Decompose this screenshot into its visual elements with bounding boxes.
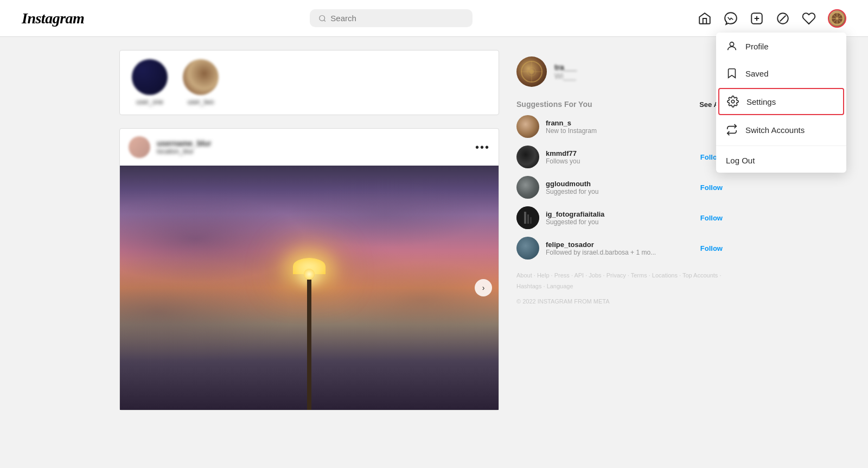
svg-rect-23 (527, 214, 529, 224)
story-avatar-1 (132, 59, 168, 95)
suggestion-avatar-ig-fotografia (516, 206, 539, 229)
person-icon (726, 40, 738, 52)
profile-avatar-nav[interactable] (828, 9, 846, 28)
avatar-decoration (521, 61, 542, 83)
follow-button-felipe[interactable]: Follow (700, 244, 723, 252)
sidebar-user: tra___ Wi___ (516, 54, 723, 89)
svg-rect-24 (530, 217, 532, 224)
suggestion-reason-frann: New to Instagram (546, 127, 723, 135)
dropdown-saved-label: Saved (745, 69, 769, 78)
feed: user_one user_two username_blur location… (119, 50, 499, 410)
post-header: username_blur location_blur ••• (120, 129, 499, 166)
sidebar-display-name: Wi___ (554, 72, 723, 80)
svg-rect-22 (524, 212, 526, 224)
home-icon[interactable] (698, 11, 712, 26)
svg-point-25 (730, 42, 733, 46)
svg-point-0 (319, 15, 324, 21)
suggestion-username-ggloudmouth: ggloudmouth (546, 180, 694, 188)
messenger-icon[interactable] (724, 11, 738, 26)
post-image: › (120, 166, 499, 410)
suggestion-info-ggloudmouth: ggloudmouth Suggested for you (546, 180, 694, 195)
story-item[interactable]: user_two (182, 59, 220, 106)
lamp-bulb (304, 269, 315, 280)
suggestion-item-ig-fotografia: ig_fotografiaitalia Suggested for you Fo… (516, 206, 723, 229)
bookmark-icon (726, 67, 738, 79)
post-user: username_blur location_blur (129, 136, 211, 158)
suggestion-reason-ig-fotografia: Suggested for you (546, 218, 694, 226)
dropdown-divider (716, 146, 846, 146)
dropdown-profile-label: Profile (745, 42, 769, 51)
suggestion-username-kmmdf77: kmmdf77 (546, 149, 694, 157)
next-image-button[interactable]: › (475, 279, 492, 296)
lamp-pole (307, 280, 311, 410)
suggestion-item-felipe: felipe_tosador Followed by israel.d.barb… (516, 237, 723, 260)
footer-copyright: © 2022 INSTAGRAM FROM META (516, 296, 723, 307)
suggestion-reason-felipe: Followed by israel.d.barbosa + 1 mo... (546, 249, 694, 256)
suggestion-avatar-felipe (516, 237, 539, 260)
suggestion-avatar-frann (516, 115, 539, 138)
sidebar-username: tra___ (554, 63, 723, 72)
nav-icons (698, 9, 846, 28)
post-user-info: username_blur location_blur (157, 139, 211, 155)
story-label-1: user_one (131, 98, 169, 106)
story-avatar-2 (183, 59, 219, 95)
post-user-avatar (129, 136, 150, 158)
heart-icon[interactable] (802, 11, 816, 26)
stories-container: user_one user_two (119, 50, 499, 115)
search-bar[interactable] (310, 9, 473, 27)
suggestions-header: Suggestions For You See All (516, 100, 723, 109)
dropdown-settings-label: Settings (746, 97, 776, 106)
instagram-logo: Instagram (22, 10, 84, 27)
post-username: username_blur (157, 139, 211, 148)
dropdown-saved[interactable]: Saved (716, 60, 846, 87)
sidebar-user-avatar (516, 56, 547, 87)
svg-point-15 (836, 17, 838, 20)
suggestion-info-kmmdf77: kmmdf77 Follows you (546, 149, 694, 165)
dropdown-switch-label: Switch Accounts (745, 125, 805, 135)
suggestions-title: Suggestions For You (516, 100, 592, 109)
dropdown-profile[interactable]: Profile (716, 33, 846, 60)
post-more-button[interactable]: ••• (475, 141, 490, 154)
footer-links-text: About · Help · Press · API · Jobs · Priv… (516, 272, 721, 289)
post-location: location_blur (157, 148, 211, 155)
dropdown-switch-accounts[interactable]: Switch Accounts (716, 116, 846, 143)
search-icon (318, 14, 327, 23)
dropdown-menu: Profile Saved Settings (716, 33, 846, 173)
switch-icon (726, 124, 738, 136)
suggestion-avatar-kmmdf77 (516, 146, 539, 168)
navbar: Instagram (0, 0, 868, 37)
follow-button-ggloudmouth[interactable]: Follow (700, 184, 723, 192)
lamp-post (293, 258, 326, 410)
suggestion-info-felipe: felipe_tosador Followed by israel.d.barb… (546, 241, 694, 256)
story-label-2: user_two (182, 98, 220, 106)
avatar-compass-icon (829, 11, 845, 26)
post: username_blur location_blur ••• › (119, 128, 499, 410)
suggestion-username-ig-fotografia: ig_fotografiaitalia (546, 210, 694, 218)
suggestion-item-ggloudmouth: ggloudmouth Suggested for you Follow (516, 176, 723, 199)
svg-line-1 (324, 20, 326, 21)
explore-icon[interactable] (776, 11, 790, 26)
building-icon (516, 206, 539, 229)
dropdown-logout[interactable]: Log Out (716, 148, 846, 173)
add-icon[interactable] (750, 11, 764, 26)
suggestion-reason-ggloudmouth: Suggested for you (546, 188, 694, 195)
suggestion-username-felipe: felipe_tosador (546, 241, 694, 249)
suggestion-info-ig-fotografia: ig_fotografiaitalia Suggested for you (546, 210, 694, 226)
footer-links: About · Help · Press · API · Jobs · Priv… (516, 270, 723, 307)
follow-button-ig-fotografia[interactable]: Follow (700, 214, 723, 222)
suggestion-username-frann: frann_s (546, 119, 723, 127)
suggestion-item-kmmdf77: kmmdf77 Follows you Follow (516, 146, 723, 168)
story-item[interactable]: user_one (131, 59, 169, 106)
dropdown-settings[interactable]: Settings (718, 88, 844, 115)
suggestion-item-frann: frann_s New to Instagram (516, 115, 723, 138)
suggestion-info-frann: frann_s New to Instagram (546, 119, 723, 135)
search-input[interactable] (330, 14, 463, 23)
suggestion-avatar-ggloudmouth (516, 176, 539, 199)
right-sidebar: tra___ Wi___ Suggestions For You See All… (516, 50, 723, 410)
suggestion-reason-kmmdf77: Follows you (546, 157, 694, 165)
gear-icon (727, 96, 739, 107)
sidebar-user-info: tra___ Wi___ (554, 63, 723, 80)
dropdown-logout-label: Log Out (726, 156, 755, 165)
svg-point-26 (731, 100, 735, 103)
